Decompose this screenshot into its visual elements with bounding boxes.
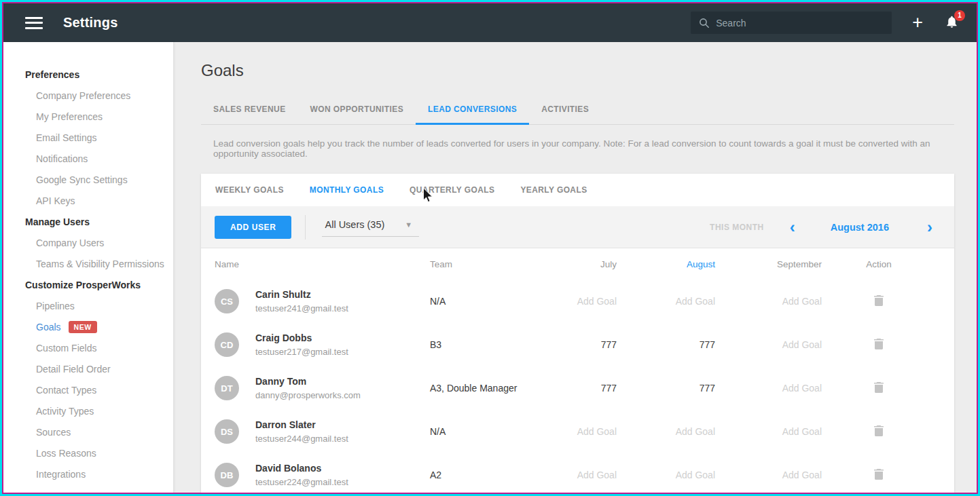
subtab-yearly-goals[interactable]: YEARLY GOALS [507, 185, 600, 195]
user-name: Carin Shultz [255, 289, 348, 300]
delete-user-button[interactable] [874, 294, 884, 309]
user-email: testuser224@gmail.test [255, 477, 348, 487]
add-goal-link[interactable]: Add Goal [577, 426, 617, 437]
sidebar-item-label: Teams & Visibility Permissions [36, 259, 164, 269]
table-row: DBDavid Bolanostestuser224@gmail.testA2A… [201, 453, 954, 493]
main-content: Goals SALES REVENUEWON OPPORTUNITIESLEAD… [174, 42, 977, 493]
goal-cell: Add Goal [715, 383, 822, 394]
prev-month-chevron-icon[interactable]: ‹ [790, 219, 795, 235]
subtab-monthly-goals[interactable]: MONTHLY GOALS [297, 185, 397, 195]
add-goal-link[interactable]: Add Goal [782, 426, 822, 437]
delete-user-button[interactable] [874, 338, 884, 352]
chevron-down-icon: ▼ [405, 221, 412, 229]
table-row: DSDarron Slatertestuser244@gmail.testN/A… [201, 410, 954, 453]
notifications-button[interactable]: 1 [945, 14, 959, 32]
sidebar-item-google-sync-settings[interactable]: Google Sync Settings [3, 169, 173, 190]
tab-won-opportunities[interactable]: WON OPPORTUNITIES [298, 96, 416, 125]
sidebar-item-teams-visibility-permissions[interactable]: Teams & Visibility Permissions [3, 253, 173, 274]
sidebar-item-contact-types[interactable]: Contact Types [3, 379, 173, 400]
action-cell [822, 468, 936, 482]
sidebar-item-loss-reasons[interactable]: Loss Reasons [3, 442, 173, 463]
user-name: Danny Tom [255, 376, 361, 387]
user-filter-select[interactable]: All Users (35) ▼ [322, 218, 419, 237]
goal-cell: Add Goal [715, 296, 822, 307]
sidebar-item-custom-fields[interactable]: Custom Fields [3, 337, 173, 358]
user-email: testuser244@gmail.test [255, 434, 348, 444]
user-identity: Craig Dobbstestuser217@gmail.test [255, 332, 348, 357]
topbar: Settings Search + 1 [3, 3, 977, 42]
page-title: Settings [63, 15, 118, 31]
tab-description: Lead conversion goals help you track the… [201, 138, 977, 159]
delete-user-button[interactable] [874, 468, 884, 482]
new-badge: NEW [69, 321, 97, 333]
sidebar-item-sources[interactable]: Sources [3, 421, 173, 442]
sidebar-item-company-users[interactable]: Company Users [3, 232, 173, 253]
subtab-quarterly-goals[interactable]: QUARTERLY GOALS [397, 185, 507, 195]
add-goal-link[interactable]: Add Goal [782, 296, 822, 307]
sidebar-item-api-keys[interactable]: API Keys [3, 190, 173, 211]
sidebar-item-integrations[interactable]: Integrations [3, 463, 173, 484]
table-body: CSCarin Shultztestuser241@gmail.testN/AA… [201, 280, 954, 493]
goal-value[interactable]: 777 [700, 339, 715, 350]
user-email: testuser241@gmail.test [255, 303, 348, 313]
goal-cell: 777 [617, 339, 715, 350]
add-goal-link[interactable]: Add Goal [782, 383, 822, 394]
goals-card: WEEKLY GOALSMONTHLY GOALSQUARTERLY GOALS… [201, 174, 954, 493]
sidebar-item-detail-field-order[interactable]: Detail Field Order [3, 358, 173, 379]
user-email: testuser217@gmail.test [255, 347, 348, 357]
avatar: DT [215, 376, 239, 400]
current-period-label[interactable]: August 2016 [831, 222, 889, 233]
add-goal-link[interactable]: Add Goal [782, 470, 822, 480]
sidebar-item-company-preferences[interactable]: Company Preferences [3, 85, 173, 106]
toolbar: ADD USER All Users (35) ▼ THIS MONTH ‹ A… [201, 206, 954, 248]
sidebar-item-goals[interactable]: GoalsNEW [3, 316, 173, 337]
column-header-august: August [617, 259, 715, 269]
search-input[interactable]: Search [691, 12, 892, 34]
add-goal-link[interactable]: Add Goal [577, 470, 617, 480]
add-goal-link[interactable]: Add Goal [782, 339, 822, 350]
sidebar-item-activity-types[interactable]: Activity Types [3, 400, 173, 421]
sidebar-item-label: Integrations [36, 469, 86, 480]
goal-period-tabs: WEEKLY GOALSMONTHLY GOALSQUARTERLY GOALS… [201, 174, 954, 206]
goal-value[interactable]: 777 [601, 339, 617, 350]
add-goal-link[interactable]: Add Goal [676, 296, 715, 307]
delete-user-button[interactable] [874, 425, 884, 439]
sidebar-item-label: Loss Reasons [36, 448, 96, 459]
sidebar-item-my-preferences[interactable]: My Preferences [3, 106, 173, 127]
user-name: David Bolanos [255, 463, 348, 474]
goal-cell: Add Goal [715, 470, 822, 480]
hamburger-menu-icon[interactable] [25, 14, 43, 32]
column-header-july: July [566, 259, 617, 269]
search-placeholder: Search [716, 18, 746, 28]
sidebar-item-label: My Preferences [36, 111, 103, 122]
app-window: Settings Search + 1 PreferencesCompany P… [2, 2, 978, 494]
goal-cell: 777 [566, 339, 617, 350]
user-cell: DSDarron Slatertestuser244@gmail.test [215, 419, 430, 444]
sidebar-item-email-settings[interactable]: Email Settings [3, 127, 173, 148]
user-name: Craig Dobbs [255, 332, 348, 343]
trash-icon [874, 468, 884, 480]
delete-user-button[interactable] [874, 381, 884, 396]
avatar: CD [215, 332, 239, 357]
goal-value[interactable]: 777 [601, 383, 617, 394]
add-goal-link[interactable]: Add Goal [676, 470, 715, 480]
add-goal-link[interactable]: Add Goal [676, 426, 715, 437]
action-cell [822, 425, 936, 439]
tab-lead-conversions[interactable]: LEAD CONVERSIONS [416, 96, 529, 125]
sidebar-item-pipelines[interactable]: Pipelines [3, 295, 173, 316]
add-goal-link[interactable]: Add Goal [577, 296, 617, 307]
tab-sales-revenue[interactable]: SALES REVENUE [201, 96, 298, 125]
this-month-button[interactable]: THIS MONTH [710, 223, 764, 232]
add-button[interactable]: + [912, 14, 923, 32]
sidebar-item-notifications[interactable]: Notifications [3, 148, 173, 169]
trash-icon [874, 381, 884, 393]
subtab-weekly-goals[interactable]: WEEKLY GOALS [202, 185, 297, 195]
goal-value[interactable]: 777 [700, 383, 715, 394]
avatar: DS [215, 419, 239, 444]
tab-activities[interactable]: ACTIVITIES [529, 96, 601, 125]
table-row: CSCarin Shultztestuser241@gmail.testN/AA… [201, 280, 954, 323]
add-user-button[interactable]: ADD USER [215, 216, 291, 239]
next-month-chevron-icon[interactable]: › [927, 219, 932, 235]
sidebar-section-manage-users: Manage Users [3, 211, 173, 232]
action-cell [822, 294, 936, 309]
